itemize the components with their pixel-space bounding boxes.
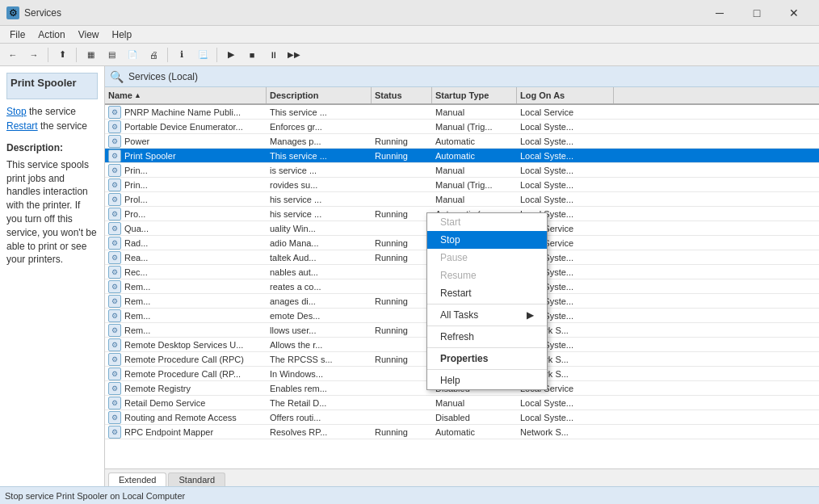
context-menu: Start Stop Pause Resume Restart All Task… xyxy=(426,212,548,390)
table-row[interactable]: ⚙Retail Demo ServiceThe Retail D...Manua… xyxy=(105,396,819,410)
cell-name: ⚙Rem... xyxy=(105,323,267,337)
cell-name: ⚙Rea... xyxy=(105,250,267,264)
col-header-startup[interactable]: Startup Type xyxy=(432,87,517,103)
sort-arrow: ▲ xyxy=(134,91,141,99)
table-row[interactable]: ⚙PowerManages p...RunningAutomaticLocal … xyxy=(105,134,819,149)
show-hide-button[interactable]: ▦ xyxy=(81,46,100,64)
cell-name: ⚙Routing and Remote Access xyxy=(105,410,267,424)
ctx-pause[interactable]: Pause xyxy=(427,249,547,267)
properties-button[interactable]: 📄 xyxy=(123,46,142,64)
cell-status xyxy=(372,221,432,235)
cell-name: ⚙Retail Demo Service xyxy=(105,396,267,410)
ctx-help[interactable]: Help xyxy=(427,372,547,389)
cell-status xyxy=(372,410,432,424)
cell-name: ⚙Remote Procedure Call (RPC) xyxy=(105,352,267,366)
minimize-button[interactable]: ─ xyxy=(701,0,738,26)
cell-desc: Resolves RP... xyxy=(267,425,372,439)
menu-help[interactable]: Help xyxy=(106,27,139,42)
service-icon: ⚙ xyxy=(108,426,121,439)
window-controls: ─ □ ✕ xyxy=(701,0,813,26)
up-button[interactable]: ⬆ xyxy=(52,46,72,64)
service-icon: ⚙ xyxy=(108,237,121,250)
table-row[interactable]: ⚙PNRP Machine Name Publi...This service … xyxy=(105,105,819,120)
forward-button[interactable]: → xyxy=(24,46,44,64)
cell-status xyxy=(372,163,432,177)
start-service-button[interactable]: ▶ xyxy=(221,46,241,64)
ctx-properties[interactable]: Properties xyxy=(427,350,547,368)
service-icon: ⚙ xyxy=(108,208,121,220)
cell-status: Running xyxy=(372,425,432,439)
left-sidebar: Print Spooler Stop the service Restart t… xyxy=(0,66,105,486)
cell-desc: rovides su... xyxy=(267,178,372,191)
cell-status xyxy=(372,178,432,191)
cell-desc: anages di... xyxy=(267,294,372,308)
close-button[interactable]: ✕ xyxy=(775,0,813,26)
tab-extended[interactable]: Extended xyxy=(108,472,166,486)
list-view-button[interactable]: ▤ xyxy=(102,46,121,64)
col-header-desc[interactable]: Description xyxy=(267,87,372,103)
menu-action[interactable]: Action xyxy=(32,27,71,42)
cell-name: ⚙Prin... xyxy=(105,163,267,177)
cell-desc: The Retail D... xyxy=(267,396,372,410)
restart-service-button[interactable]: ▶▶ xyxy=(284,46,304,64)
ctx-resume[interactable]: Resume xyxy=(427,267,547,284)
table-row[interactable]: ⚙Portable Device Enumerator...Enforces g… xyxy=(105,120,819,134)
status-bar: Stop service Print Spooler on Local Comp… xyxy=(0,486,819,504)
menu-view[interactable]: View xyxy=(72,27,106,42)
stop-service-button[interactable]: ■ xyxy=(242,46,262,64)
separator-1 xyxy=(48,48,48,62)
cell-startup: Manual (Trig... xyxy=(432,178,517,191)
ctx-all-tasks[interactable]: All Tasks▶ xyxy=(427,306,547,324)
cell-logon: Local Syste... xyxy=(517,149,614,162)
cell-status: Running xyxy=(372,207,432,220)
stop-service-link[interactable]: Stop xyxy=(6,106,27,117)
service-icon: ⚙ xyxy=(108,266,121,279)
cell-desc: Manages p... xyxy=(267,134,372,148)
table-row[interactable]: ⚙Prin...rovides su...Manual (Trig...Loca… xyxy=(105,178,819,192)
ctx-stop[interactable]: Stop xyxy=(427,231,547,249)
print-button[interactable]: 🖨 xyxy=(144,46,163,64)
cell-desc: Enables rem... xyxy=(267,381,372,395)
cell-desc: llows user... xyxy=(267,323,372,337)
ctx-start[interactable]: Start xyxy=(427,213,547,231)
cell-startup: Automatic xyxy=(432,149,517,162)
ctx-restart[interactable]: Restart xyxy=(427,284,547,302)
cell-name: ⚙Prol... xyxy=(105,192,267,206)
table-header: Name ▲ Description Status Startup Type xyxy=(105,87,819,105)
cell-name: ⚙Remote Desktop Services U... xyxy=(105,338,267,351)
table-row[interactable]: ⚙Print SpoolerThis service ...RunningAut… xyxy=(105,149,819,163)
address-bar: 🔍 Services (Local) xyxy=(105,66,819,87)
service-icon: ⚙ xyxy=(108,397,121,410)
cell-name: ⚙Rem... xyxy=(105,294,267,308)
cell-logon: Local Syste... xyxy=(517,163,614,177)
maximize-button[interactable]: □ xyxy=(738,0,775,26)
help-button[interactable]: ℹ xyxy=(172,46,191,64)
service-icon: ⚙ xyxy=(108,338,121,351)
menu-file[interactable]: File xyxy=(3,27,32,42)
col-header-logon[interactable]: Log On As xyxy=(517,87,614,103)
cell-desc: is service ... xyxy=(267,163,372,177)
cell-status: Running xyxy=(372,236,432,250)
table-row[interactable]: ⚙RPC Endpoint MapperResolves RP...Runnin… xyxy=(105,425,819,439)
ctx-refresh[interactable]: Refresh xyxy=(427,328,547,346)
window-title: Services xyxy=(24,7,61,19)
export-button[interactable]: 📃 xyxy=(193,46,212,64)
table-row[interactable]: ⚙Routing and Remote AccessOffers routi..… xyxy=(105,410,819,425)
service-icon: ⚙ xyxy=(108,382,121,395)
service-icon: ⚙ xyxy=(108,135,121,148)
desc-title: Description: xyxy=(6,141,98,155)
cell-logon: Local Syste... xyxy=(517,410,614,424)
back-button[interactable]: ← xyxy=(3,46,23,64)
cell-status xyxy=(372,105,432,119)
pause-service-button[interactable]: ⏸ xyxy=(263,46,283,64)
col-header-name[interactable]: Name ▲ xyxy=(105,87,267,103)
restart-service-link[interactable]: Restart xyxy=(6,120,38,132)
table-row[interactable]: ⚙Prin...is service ...ManualLocal Syste.… xyxy=(105,163,819,178)
right-content: 🔍 Services (Local) Name ▲ Description xyxy=(105,66,819,486)
table-row[interactable]: ⚙Prol...his service ...ManualLocal Syste… xyxy=(105,192,819,207)
service-icon: ⚙ xyxy=(108,280,121,293)
cell-desc: The RPCSS s... xyxy=(267,352,372,366)
cell-status xyxy=(372,265,432,279)
col-header-status[interactable]: Status xyxy=(372,87,432,103)
tab-standard[interactable]: Standard xyxy=(168,472,225,486)
